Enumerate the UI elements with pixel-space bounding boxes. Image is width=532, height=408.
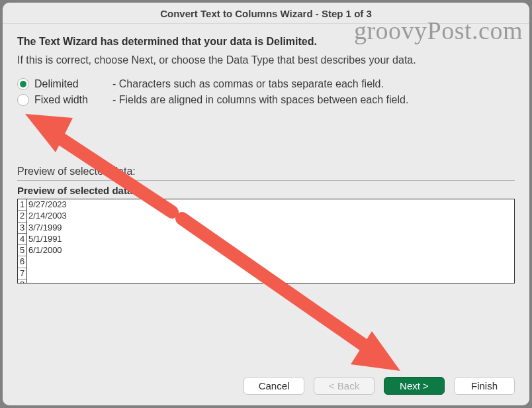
- row-value: [27, 268, 514, 280]
- row-value: 3/7/1999: [27, 223, 514, 234]
- option-fixed-width-label: Fixed width: [34, 94, 107, 106]
- row-value: 6/1/2000: [27, 245, 514, 256]
- row-value: 5/1/1991: [27, 234, 514, 245]
- radio-delimited[interactable]: [17, 78, 29, 90]
- preview-title: Preview of selected data:: [17, 185, 515, 196]
- back-button: < Back: [314, 377, 375, 395]
- table-row: 33/7/1999: [18, 223, 514, 234]
- wizard-buttons: Cancel < Back Next > Finish: [3, 370, 529, 405]
- row-number: 3: [18, 223, 27, 234]
- row-number: 1: [18, 199, 27, 211]
- row-number: 8: [18, 280, 27, 283]
- finish-button[interactable]: Finish: [454, 377, 515, 395]
- option-delimited-label: Delimited: [34, 78, 107, 90]
- row-number: 5: [18, 245, 27, 256]
- wizard-heading: The Text Wizard has determined that your…: [17, 36, 515, 48]
- preview-box: Preview of selected data: 19/27/2023 22/…: [17, 180, 515, 283]
- row-value: 2/14/2003: [27, 211, 514, 222]
- option-delimited-desc: - Characters such as commas or tabs sepa…: [112, 78, 384, 90]
- row-number: 6: [18, 256, 27, 268]
- table-row: 19/27/2023: [18, 199, 514, 211]
- window-title: Convert Text to Columns Wizard - Step 1 …: [3, 3, 529, 24]
- table-row: 8: [18, 280, 514, 283]
- option-fixed-width-desc: - Fields are aligned in columns with spa…: [112, 94, 408, 106]
- wizard-content: The Text Wizard has determined that your…: [3, 24, 529, 370]
- row-number: 2: [18, 211, 27, 222]
- wizard-window: Convert Text to Columns Wizard - Step 1 …: [3, 3, 529, 405]
- option-fixed-width[interactable]: Fixed width - Fields are aligned in colu…: [17, 94, 515, 106]
- radio-fixed-width[interactable]: [17, 94, 29, 106]
- option-delimited[interactable]: Delimited - Characters such as commas or…: [17, 78, 515, 90]
- table-row: 22/14/2003: [18, 211, 514, 222]
- row-value: [27, 280, 514, 283]
- table-row: 7: [18, 268, 514, 280]
- row-value: 9/27/2023: [27, 199, 514, 211]
- row-value: [27, 256, 514, 268]
- preview-label: Preview of selected data:: [17, 166, 515, 178]
- next-button[interactable]: Next >: [384, 377, 445, 395]
- wizard-subheading: If this is correct, choose Next, or choo…: [17, 54, 515, 66]
- table-row: 45/1/1991: [18, 234, 514, 245]
- cancel-button[interactable]: Cancel: [244, 377, 304, 395]
- row-number: 7: [18, 268, 27, 280]
- data-type-options: Delimited - Characters such as commas or…: [17, 78, 515, 106]
- table-row: 6: [18, 256, 514, 268]
- table-row: 56/1/2000: [18, 245, 514, 256]
- row-number: 4: [18, 234, 27, 245]
- data-preview-grid: 19/27/2023 22/14/2003 33/7/1999 45/1/199…: [17, 199, 515, 283]
